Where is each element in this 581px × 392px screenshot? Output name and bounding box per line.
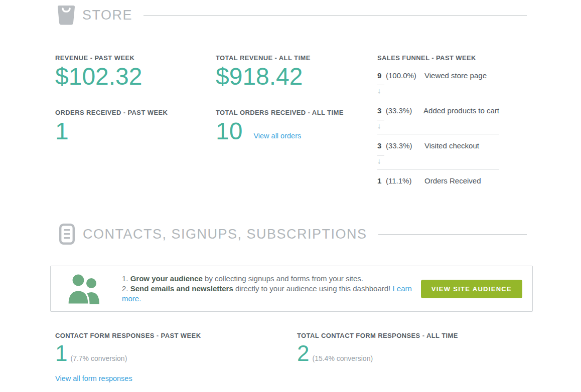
funnel-gap: ↓ bbox=[377, 85, 499, 99]
stat-total-revenue: TOTAL REVENUE - ALL TIME $918.42 bbox=[216, 54, 311, 91]
stat-label: TOTAL CONTACT FORM RESPONSES - ALL TIME bbox=[297, 332, 458, 339]
funnel-separator bbox=[377, 134, 499, 134]
funnel-count: 1 bbox=[377, 176, 386, 186]
view-all-orders-link[interactable]: View all orders bbox=[253, 132, 301, 140]
stat-value: $918.42 bbox=[216, 63, 311, 91]
store-section-title: STORE bbox=[82, 8, 132, 23]
people-icon bbox=[67, 273, 103, 304]
stat-label: REVENUE - PAST WEEK bbox=[55, 54, 142, 62]
funnel-step-visited-checkout: 3 (33.3%) Visited checkout bbox=[377, 141, 499, 151]
funnel-step-added-to-cart: 3 (33.3%) Added products to cart bbox=[377, 106, 499, 116]
funnel-percent: (33.3%) bbox=[386, 106, 423, 116]
audience-callout-box: 1. Grow your audience by collecting sign… bbox=[50, 266, 533, 312]
stat-value: 2 bbox=[297, 340, 309, 366]
tip-grow-audience: 1. Grow your audience by collecting sign… bbox=[122, 274, 421, 284]
store-bag-icon bbox=[55, 4, 77, 26]
funnel-percent: (100.0%) bbox=[386, 71, 424, 81]
store-header-divider bbox=[143, 15, 527, 16]
stat-label: CONTACT FORM RESPONSES - PAST WEEK bbox=[55, 332, 201, 339]
audience-tips-list: 1. Grow your audience by collecting sign… bbox=[122, 274, 421, 304]
stat-label: TOTAL REVENUE - ALL TIME bbox=[216, 54, 311, 62]
funnel-separator bbox=[377, 99, 499, 99]
funnel-dash bbox=[377, 120, 384, 120]
stat-value: 1 bbox=[55, 117, 168, 145]
stat-value: $102.32 bbox=[55, 63, 142, 91]
store-section-header: STORE bbox=[55, 4, 527, 26]
funnel-separator bbox=[377, 169, 499, 169]
arrow-down-icon: ↓ bbox=[377, 122, 499, 130]
funnel-gap: ↓ bbox=[377, 155, 499, 169]
tip-send-emails: 2. Send emails and newsletters directly … bbox=[122, 284, 421, 304]
tip-number: 2. bbox=[122, 284, 128, 293]
contacts-section-header: CONTACTS, SIGNUPS, SUBSCRIPTIONS bbox=[59, 224, 527, 245]
tip-number: 1. bbox=[122, 274, 128, 283]
funnel-label: SALES FUNNEL - PAST WEEK bbox=[377, 54, 499, 62]
funnel-step-name: Visited checkout bbox=[424, 141, 479, 151]
funnel-dash bbox=[377, 85, 384, 85]
funnel-step-name: Added products to cart bbox=[423, 106, 499, 116]
funnel-percent: (11.1%) bbox=[386, 176, 424, 186]
tip-bold-text: Send emails and newsletters bbox=[130, 284, 233, 293]
funnel-gap: ↓ bbox=[377, 120, 499, 134]
stat-label: ORDERS RECEIVED - PAST WEEK bbox=[55, 109, 168, 116]
stat-form-responses-week: CONTACT FORM RESPONSES - PAST WEEK 1 (7.… bbox=[55, 332, 201, 383]
funnel-dash bbox=[377, 155, 384, 155]
stat-value: 10 bbox=[216, 117, 242, 145]
stat-revenue-past-week: REVENUE - PAST WEEK $102.32 bbox=[55, 54, 142, 91]
stat-value: 1 bbox=[55, 340, 67, 366]
funnel-step-name: Orders Received bbox=[424, 176, 481, 186]
funnel-step-name: Viewed store page bbox=[424, 71, 487, 81]
contacts-section-title: CONTACTS, SIGNUPS, SUBSCRIPTIONS bbox=[83, 227, 367, 242]
contacts-form-icon bbox=[59, 224, 75, 245]
funnel-step-orders-received: 1 (11.1%) Orders Received bbox=[377, 176, 499, 186]
funnel-step-viewed-store-page: 9 (100.0%) Viewed store page bbox=[377, 71, 499, 81]
conversion-note: (15.4% conversion) bbox=[312, 354, 373, 362]
funnel-percent: (33.3%) bbox=[386, 141, 424, 151]
stat-orders-past-week: ORDERS RECEIVED - PAST WEEK 1 bbox=[55, 109, 168, 145]
view-site-audience-button[interactable]: VIEW SITE AUDIENCE bbox=[421, 280, 522, 298]
tip-bold-text: Grow your audience bbox=[130, 274, 203, 283]
funnel-count: 9 bbox=[377, 71, 386, 81]
store-dashboard-page: STORE REVENUE - PAST WEEK $102.32 TOTAL … bbox=[0, 0, 581, 392]
contacts-header-divider bbox=[378, 234, 527, 235]
arrow-down-icon: ↓ bbox=[377, 157, 499, 165]
conversion-note: (7.7% conversion) bbox=[70, 354, 127, 362]
funnel-count: 3 bbox=[377, 106, 386, 116]
sales-funnel: SALES FUNNEL - PAST WEEK 9 (100.0%) View… bbox=[377, 54, 499, 186]
tip-rest-text: directly to your audience using this das… bbox=[235, 284, 390, 293]
stat-total-orders: TOTAL ORDERS RECEIVED - ALL TIME 10 View… bbox=[216, 109, 344, 145]
stat-form-responses-all: TOTAL CONTACT FORM RESPONSES - ALL TIME … bbox=[297, 332, 458, 366]
stat-label: TOTAL ORDERS RECEIVED - ALL TIME bbox=[216, 109, 344, 116]
view-all-form-responses-link[interactable]: View all form responses bbox=[55, 374, 132, 382]
funnel-count: 3 bbox=[377, 141, 386, 151]
tip-rest-text: by collecting signups and forms from you… bbox=[205, 274, 363, 283]
arrow-down-icon: ↓ bbox=[377, 87, 499, 95]
